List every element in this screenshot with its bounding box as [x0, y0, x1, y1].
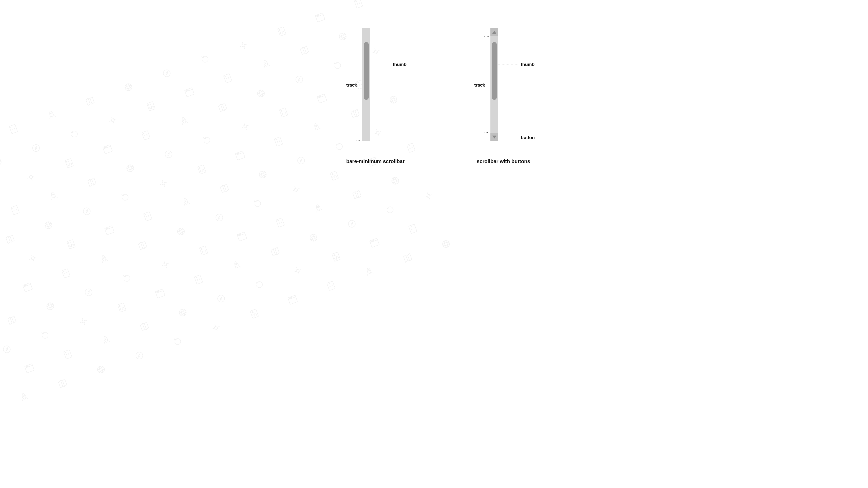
svg-line-203	[61, 381, 63, 386]
svg-point-208	[135, 351, 144, 360]
svg-rect-194	[296, 269, 300, 272]
svg-line-69	[92, 180, 94, 185]
svg-line-107	[105, 227, 113, 230]
svg-rect-150	[199, 246, 208, 255]
svg-point-33	[186, 90, 186, 91]
svg-rect-106	[104, 226, 114, 235]
svg-rect-210	[250, 309, 259, 318]
svg-rect-195	[332, 252, 340, 261]
svg-line-218	[406, 255, 408, 261]
svg-point-116	[259, 172, 267, 177]
svg-point-37	[265, 62, 266, 64]
svg-rect-31	[184, 88, 194, 97]
svg-point-112	[185, 200, 186, 202]
svg-point-72	[128, 165, 132, 172]
svg-point-55	[256, 89, 266, 98]
scrollbar-button-up[interactable]	[490, 28, 498, 36]
svg-point-153	[238, 235, 239, 235]
svg-point-35	[188, 90, 189, 91]
svg-point-71	[126, 166, 134, 171]
svg-point-70	[126, 164, 135, 173]
diagram-scrollbar-with-buttons: track thumb button scrollbar with button…	[464, 28, 542, 141]
svg-line-113	[222, 186, 225, 191]
svg-line-144	[12, 318, 14, 323]
svg-rect-111	[144, 212, 152, 221]
svg-rect-46	[103, 145, 113, 154]
svg-line-83	[8, 236, 10, 242]
svg-rect-90	[198, 165, 206, 174]
svg-point-48	[104, 147, 105, 148]
svg-line-188	[142, 324, 145, 329]
svg-point-110	[107, 228, 108, 228]
svg-line-9	[90, 98, 92, 104]
svg-point-87	[46, 222, 51, 229]
svg-point-56	[257, 91, 265, 96]
svg-point-34	[187, 90, 187, 91]
svg-point-94	[238, 153, 238, 154]
svg-point-12	[126, 84, 131, 91]
diagram-stage: track thumb bare-minimum scrollbar track…	[276, 0, 592, 178]
svg-line-173	[273, 249, 275, 254]
svg-line-47	[103, 146, 111, 149]
svg-rect-171	[194, 275, 203, 284]
svg-point-221	[442, 241, 450, 247]
svg-rect-121	[23, 283, 33, 292]
svg-line-152	[238, 234, 245, 236]
svg-point-213	[289, 298, 290, 299]
svg-point-25	[0, 158, 2, 166]
svg-point-176	[310, 235, 317, 240]
svg-point-26	[0, 160, 2, 164]
svg-point-67	[52, 194, 54, 195]
svg-point-169	[157, 291, 158, 292]
svg-rect-126	[62, 269, 70, 278]
svg-point-190	[178, 308, 187, 317]
svg-point-198	[371, 241, 372, 241]
svg-point-85	[44, 221, 53, 230]
label-track: track	[346, 83, 357, 88]
scrollbar-thumb[interactable]	[364, 42, 369, 100]
svg-rect-149	[164, 263, 167, 266]
svg-point-193	[217, 294, 225, 303]
svg-rect-201	[409, 224, 417, 234]
svg-line-129	[143, 243, 145, 248]
svg-point-185	[28, 366, 29, 366]
label-button: button	[521, 135, 535, 140]
svg-point-215	[291, 297, 292, 298]
svg-point-178	[347, 219, 356, 228]
svg-point-28	[32, 143, 40, 153]
svg-rect-156	[276, 218, 284, 227]
svg-rect-104	[31, 257, 34, 260]
svg-point-191	[179, 310, 186, 315]
svg-rect-181	[25, 364, 34, 373]
svg-point-95	[239, 153, 239, 154]
svg-line-32	[185, 89, 192, 92]
svg-line-143	[10, 317, 12, 323]
svg-point-124	[25, 285, 26, 286]
svg-point-117	[260, 171, 265, 178]
scrollbar-thumb[interactable]	[492, 42, 497, 100]
svg-rect-51	[142, 131, 150, 140]
svg-point-88	[82, 207, 91, 216]
svg-point-183	[26, 366, 27, 367]
svg-point-147	[48, 302, 53, 310]
svg-point-214	[290, 297, 291, 298]
caption-buttons: scrollbar with buttons	[464, 158, 542, 164]
svg-rect-196	[370, 238, 379, 247]
svg-point-127	[103, 257, 104, 259]
scrollbar-button-down[interactable]	[490, 133, 498, 141]
svg-rect-91	[235, 151, 245, 160]
svg-line-189	[144, 324, 147, 329]
svg-point-184	[27, 366, 28, 367]
svg-rect-30	[147, 101, 155, 111]
svg-point-132	[179, 228, 183, 235]
svg-rect-211	[288, 295, 298, 304]
svg-point-217	[368, 269, 370, 271]
svg-rect-151	[237, 232, 247, 241]
svg-line-122	[24, 284, 31, 287]
svg-point-199	[372, 240, 373, 241]
svg-rect-166	[155, 289, 165, 298]
triangle-down-icon	[492, 135, 496, 139]
svg-rect-165	[118, 303, 126, 312]
svg-point-49	[105, 147, 106, 148]
triangle-up-icon	[492, 31, 496, 34]
